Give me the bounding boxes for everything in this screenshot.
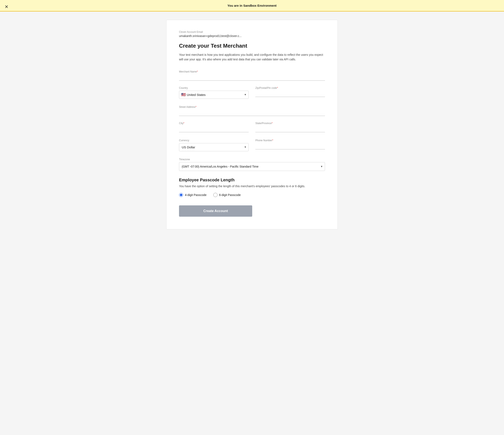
zip-required-star: * — [277, 87, 278, 89]
city-state-row: City* State/Province* — [179, 122, 325, 132]
zip-input[interactable] — [255, 91, 325, 97]
merchant-name-label: Merchant Name* — [179, 70, 325, 73]
phone-label: Phone Number* — [255, 139, 325, 142]
passcode-4-label: 4-digit Passcode — [185, 193, 207, 197]
passcode-section: Employee Passcode Length You have the op… — [179, 178, 325, 197]
merchant-name-input[interactable] — [179, 74, 325, 81]
passcode-description: You have the option of setting the lengt… — [179, 184, 325, 188]
timezone-group: Timezone (GMT -07:00) America/Los Angele… — [179, 158, 325, 171]
required-star: * — [197, 70, 198, 73]
city-required-star: * — [183, 122, 184, 125]
zip-group: Zip/Postal/Pin code* — [255, 87, 325, 99]
phone-input[interactable] — [255, 143, 325, 149]
currency-group: Currency US Dollar Canadian Dollar Briti… — [179, 139, 249, 151]
currency-select-wrapper: US Dollar Canadian Dollar British Pound … — [179, 143, 249, 151]
currency-phone-row: Currency US Dollar Canadian Dollar Briti… — [179, 139, 325, 151]
phone-group: Phone Number* — [255, 139, 325, 151]
city-label: City* — [179, 122, 249, 125]
phone-required-star: * — [272, 139, 273, 142]
zip-label: Zip/Postal/Pin code* — [255, 87, 325, 89]
country-select[interactable]: United States Canada United Kingdom Aust… — [179, 91, 249, 99]
timezone-label: Timezone — [179, 158, 325, 161]
passcode-title: Employee Passcode Length — [179, 178, 325, 183]
create-account-button[interactable]: Create Account — [179, 205, 252, 217]
sandbox-banner: You are in Sandbox Environment — [0, 0, 504, 11]
state-label: State/Province* — [255, 122, 325, 125]
state-required-star: * — [272, 122, 273, 125]
form-card: Clover Account Email umakanth.srinivasan… — [166, 20, 338, 229]
passcode-4-radio[interactable] — [179, 193, 183, 197]
passcode-radio-group: 4-digit Passcode 6-digit Passcode — [179, 193, 325, 197]
country-select-wrapper: 🇺🇸 United States Canada United Kingdom A… — [179, 91, 249, 99]
timezone-select-wrapper: (GMT -07:00) America/Los Angeles - Pacif… — [179, 162, 325, 171]
street-required-star: * — [196, 105, 197, 108]
timezone-select[interactable]: (GMT -07:00) America/Los Angeles - Pacif… — [179, 162, 325, 171]
state-input[interactable] — [255, 126, 325, 132]
account-email-label: Clover Account Email — [179, 31, 325, 34]
close-button[interactable]: ✕ — [4, 4, 9, 10]
form-title: Create your Test Merchant — [179, 43, 325, 49]
city-input[interactable] — [179, 126, 249, 132]
street-label: Street Address* — [179, 105, 325, 108]
account-email-value: umakanth.srinivasan+gdeprod11test@clover… — [179, 34, 325, 38]
country-label: Country — [179, 87, 249, 89]
passcode-6-label: 6-digit Passcode — [219, 193, 241, 197]
street-group: Street Address* — [179, 105, 325, 116]
passcode-4-option[interactable]: 4-digit Passcode — [179, 193, 207, 197]
merchant-name-group: Merchant Name* — [179, 70, 325, 81]
form-description: Your test merchant is how you test appli… — [179, 52, 325, 62]
passcode-6-option[interactable]: 6-digit Passcode — [213, 193, 241, 197]
currency-select[interactable]: US Dollar Canadian Dollar British Pound … — [179, 143, 249, 151]
state-group: State/Province* — [255, 122, 325, 132]
page-wrapper: Clover Account Email umakanth.srinivasan… — [0, 11, 504, 242]
city-group: City* — [179, 122, 249, 132]
street-input[interactable] — [179, 110, 325, 116]
country-zip-row: Country 🇺🇸 United States Canada United K… — [179, 87, 325, 99]
currency-label: Currency — [179, 139, 249, 142]
country-group: Country 🇺🇸 United States Canada United K… — [179, 87, 249, 99]
passcode-6-radio[interactable] — [213, 193, 217, 197]
